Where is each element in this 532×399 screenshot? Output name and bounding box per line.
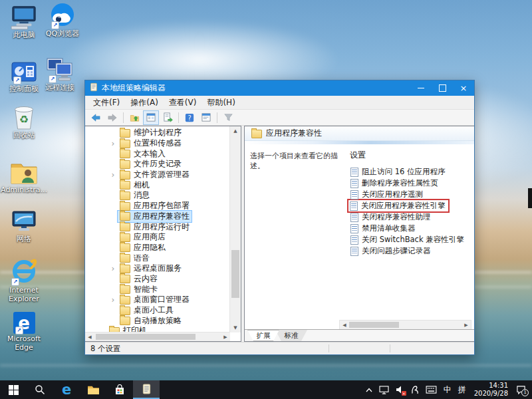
folder-icon <box>120 265 130 273</box>
tab-extended[interactable]: 扩展 <box>247 330 279 341</box>
tray-pen-button[interactable] <box>408 380 422 399</box>
volume-mute-badge: × <box>402 391 406 396</box>
ime-language-indicator[interactable]: 中 <box>440 380 455 399</box>
tree-item[interactable]: 相机 <box>85 180 230 190</box>
menu-action[interactable]: 操作(A) <box>125 96 164 110</box>
setting-item[interactable]: 删除程序兼容性属性页 <box>348 178 440 189</box>
gpedit-scroll-icon <box>142 384 152 394</box>
shortcut-arrow-badge: ↗ <box>51 21 59 29</box>
network-icon <box>10 207 38 234</box>
search-button[interactable] <box>27 380 53 399</box>
ime-mode-indicator[interactable]: 拼 <box>455 380 469 399</box>
scrollbar-thumb[interactable] <box>231 250 239 298</box>
tray-touch-keyboard-button[interactable] <box>422 380 440 399</box>
setting-item-highlighted[interactable]: 关闭应用程序兼容性引擎 <box>347 199 450 213</box>
taskbar-left: e <box>0 380 160 399</box>
up-one-level-button[interactable] <box>126 110 142 125</box>
desktop-icon-label: Administra... <box>1 186 47 195</box>
taskbar-store-button[interactable] <box>106 380 133 399</box>
scroll-right-arrow-icon[interactable]: ▶ <box>462 321 471 329</box>
export-list-button[interactable] <box>160 110 176 125</box>
minimize-button[interactable] <box>410 80 432 96</box>
menu-file[interactable]: 文件(F) <box>88 96 125 110</box>
taskbar-gpedit-button[interactable] <box>133 380 160 399</box>
desktop-icon-control-panel[interactable]: ↗ 控制面板 <box>4 57 44 94</box>
expand-chevron-icon[interactable]: › <box>109 140 117 148</box>
policy-setting-icon <box>350 201 358 211</box>
desktop-icon-remote-connection[interactable]: ↗ 远程连接 <box>40 56 80 92</box>
setting-label: 关闭程序兼容性助理 <box>362 212 431 222</box>
desktop-icon-internet-explorer[interactable]: ↗ Internet Explorer <box>4 256 44 303</box>
policy-setting-icon <box>350 168 358 177</box>
maximize-icon <box>439 84 446 92</box>
help-button[interactable]: ? <box>182 110 198 125</box>
setting-item[interactable]: 关闭 SwitchBack 兼容性引擎 <box>348 234 466 245</box>
setting-item[interactable]: 禁用清单收集器 <box>348 223 418 234</box>
tab-standard[interactable]: 标准 <box>275 330 307 341</box>
taskbar-file-explorer-button[interactable] <box>80 380 106 399</box>
scrollbar-thumb[interactable] <box>96 334 196 340</box>
tree-vertical-scrollbar[interactable]: ▲ ▼ <box>229 126 241 332</box>
tree-item[interactable]: 应用隐私 <box>85 243 230 253</box>
clock-date: 2020/9/28 <box>474 390 508 398</box>
window-titlebar[interactable]: 本地组策略编辑器 × <box>85 80 474 96</box>
setting-label: 关闭应用程序兼容性引擎 <box>361 201 446 211</box>
tray-chevron-up-button[interactable] <box>362 380 376 399</box>
setting-item[interactable]: 关闭程序兼容性助理 <box>348 211 433 223</box>
new-window-button[interactable] <box>198 110 214 125</box>
menu-view[interactable]: 查看(V) <box>164 96 202 110</box>
taskbar-edge-button[interactable]: e <box>53 380 80 399</box>
maximize-button[interactable] <box>432 80 453 96</box>
desktop-icon-administrator-folder[interactable]: Administra... <box>4 158 44 195</box>
setting-item[interactable]: 阻止访问 16 位应用程序 <box>348 166 447 178</box>
tree-horizontal-scrollbar[interactable]: ◀ ▶ <box>85 332 230 341</box>
menu-bar: 文件(F) 操作(A) 查看(V) 帮助(H) <box>85 96 474 110</box>
start-button[interactable] <box>0 380 27 399</box>
tree-item[interactable]: ›文件资源管理器 <box>85 170 230 180</box>
scroll-left-arrow-icon[interactable]: ◀ <box>85 332 94 341</box>
status-bar-divider <box>329 344 329 352</box>
desktop-icon-recycle-bin[interactable]: ♻ 回收站 <box>4 104 44 140</box>
forward-button[interactable] <box>104 110 120 125</box>
svg-text:?: ? <box>188 114 191 121</box>
desktop-icon-qq-browser[interactable]: ↗ QQ浏览器 <box>43 2 82 39</box>
results-panel-header: 应用程序兼容性 <box>245 126 474 141</box>
scroll-up-arrow-icon[interactable]: ▲ <box>230 126 241 136</box>
filter-button[interactable] <box>220 110 236 125</box>
tree-item-content: 自动播放策略 <box>117 315 184 327</box>
desktop-icon-label: Microsoft Edge <box>4 335 44 352</box>
expand-chevron-icon[interactable]: › <box>109 296 117 304</box>
system-tray: × 中 拼 14:31 2020/9/28 1 <box>362 380 532 399</box>
scroll-left-arrow-icon[interactable]: ◀ <box>340 321 349 329</box>
results-panel-body: 选择一个项目来查看它的描述。 设置 阻止访问 16 位应用程序删除程序兼容性属性… <box>245 144 474 329</box>
settings-horizontal-scrollbar[interactable]: ◀ ▶ <box>339 320 471 330</box>
desktop-icon-network[interactable]: 网络 <box>4 207 44 244</box>
menu-help[interactable]: 帮助(H) <box>201 96 240 110</box>
scrollbar-thumb[interactable] <box>349 322 399 328</box>
folder-icon <box>120 212 130 221</box>
scroll-down-arrow-icon[interactable]: ▼ <box>230 323 241 332</box>
toolbar-separator <box>123 112 124 123</box>
file-explorer-icon <box>87 384 100 395</box>
desktop-icon-microsoft-edge[interactable]: e ↗ Microsoft Edge <box>4 307 44 352</box>
scroll-right-arrow-icon[interactable]: ▶ <box>221 332 230 341</box>
taskbar-clock[interactable]: 14:31 2020/9/28 <box>469 380 513 399</box>
expand-chevron-icon[interactable]: › <box>109 265 117 273</box>
tray-volume-button[interactable]: × <box>392 380 408 399</box>
tray-display-button[interactable] <box>376 380 392 399</box>
setting-label: 关闭应用程序遥测 <box>362 190 423 200</box>
search-icon <box>35 384 45 395</box>
app-icon <box>89 82 98 94</box>
setting-item[interactable]: 关闭问题步骤记录器 <box>348 245 433 257</box>
status-bar: 8 个设置 <box>85 342 474 354</box>
folder-icon <box>120 202 130 211</box>
close-button[interactable]: × <box>453 80 474 96</box>
notification-center-button[interactable]: 1 <box>513 380 529 399</box>
back-button[interactable] <box>88 110 104 125</box>
show-console-tree-button[interactable] <box>143 110 159 125</box>
folder-icon <box>120 307 130 315</box>
desktop-icon-this-pc[interactable]: 此电脑 <box>4 3 44 40</box>
forward-arrow-icon <box>108 113 117 122</box>
recycle-bin-icon: ♻ <box>13 104 35 130</box>
expand-chevron-icon[interactable]: › <box>109 171 117 179</box>
